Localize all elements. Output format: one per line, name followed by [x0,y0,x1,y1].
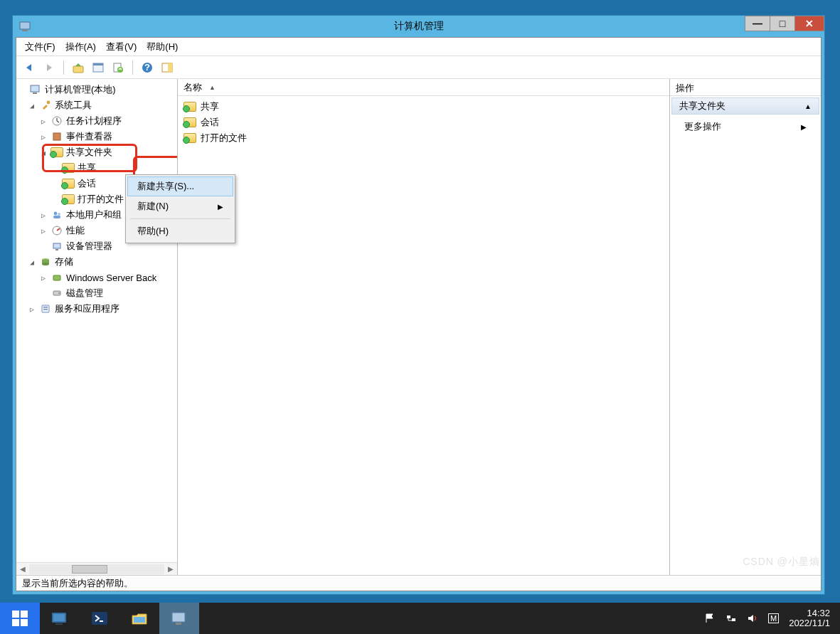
list-item[interactable]: 共享 [182,99,665,115]
expander-icon[interactable]: ▷ [39,211,48,219]
scroll-track[interactable] [29,564,164,574]
tray-ime-icon[interactable]: M [768,613,779,623]
folder-icon [62,194,75,205]
tree-system-tools[interactable]: 系统工具 [55,99,92,112]
menu-action[interactable]: 操作(A) [65,41,96,53]
svg-point-24 [42,263,49,265]
taskbar-explorer[interactable] [119,603,159,634]
close-button[interactable]: ✕ [794,16,824,31]
expander-icon[interactable]: ▷ [39,227,48,235]
svg-rect-12 [33,93,37,94]
actions-section-label: 共享文件夹 [679,100,725,112]
menu-new[interactable]: 新建(N)▶ [127,196,233,216]
tree-disk-management[interactable]: 磁盘管理 [66,287,103,300]
list-item[interactable]: 打开的文件 [182,130,665,146]
clock-icon [50,115,63,127]
properties-button[interactable] [90,59,107,76]
taskbar-powershell[interactable] [80,603,119,634]
svg-text:?: ? [144,62,150,73]
scroll-thumb[interactable] [72,565,107,574]
expander-icon[interactable]: ▷ [39,117,48,125]
status-text: 显示当前所选内容的帮助。 [22,577,133,590]
actions-section-header[interactable]: 共享文件夹 ▲ [671,97,819,115]
toolbar-separator [63,60,64,75]
svg-rect-30 [43,309,48,310]
menu-separator [130,218,230,219]
column-header-name[interactable]: 名称 ▲ [184,81,216,94]
taskbar[interactable]: M 14:32 2022/11/1 [0,603,840,634]
list-label: 会话 [201,116,219,129]
refresh-button[interactable] [110,59,127,76]
tree-services-apps[interactable]: 服务和应用程序 [55,302,119,315]
up-button[interactable] [70,59,87,76]
tree-task-scheduler[interactable]: 任务计划程序 [66,115,122,127]
svg-rect-15 [53,133,60,140]
computer-icon [29,84,42,95]
expander-icon[interactable]: ▷ [39,133,48,141]
forward-button[interactable] [41,59,58,76]
tree-device-manager[interactable]: 设备管理器 [66,240,112,253]
scroll-left-icon[interactable]: ◀ [16,565,29,573]
services-icon [39,303,52,315]
minimize-button[interactable]: — [745,16,770,31]
tree-event-viewer[interactable]: 事件查看器 [66,130,112,143]
tree-local-users[interactable]: 本地用户和组 [66,208,122,221]
svg-rect-20 [53,243,60,248]
expander-icon[interactable]: ▷ [39,274,48,282]
menubar: 文件(F) 操作(A) 查看(V) 帮助(H) [16,38,821,56]
app-icon [18,20,31,33]
actions-title: 操作 [670,79,821,96]
column-label: 名称 [184,81,202,94]
maximize-button[interactable]: □ [770,16,795,31]
tree-root[interactable]: 计算机管理(本地) [45,83,116,96]
show-hide-pane-button[interactable] [159,59,176,76]
horizontal-scrollbar[interactable]: ◀ ▶ [16,562,177,575]
taskbar-server-manager[interactable] [40,603,80,634]
expander-icon[interactable]: ◢ [28,258,36,266]
tree-windows-server-backup[interactable]: Windows Server Back [66,273,156,283]
list-body[interactable]: 共享 会话 打开的文件 [178,96,669,149]
toolbar: ? [16,56,821,79]
help-button[interactable]: ? [139,59,156,76]
watermark-text: CSDN @小星熵 [743,556,820,569]
collapse-icon: ▲ [804,102,812,110]
expander-icon[interactable]: ◢ [39,149,48,157]
svg-rect-41 [176,623,181,625]
disk-icon [50,287,63,299]
tree-shared-folders[interactable]: 共享文件夹 [66,146,112,159]
svg-rect-18 [53,216,60,218]
scroll-right-icon[interactable]: ▶ [164,565,177,573]
svg-rect-25 [53,275,60,280]
folder-icon [62,178,75,189]
tree-open-files[interactable]: 打开的文件 [78,193,124,206]
tree-storage[interactable]: 存储 [55,255,73,268]
svg-point-16 [54,212,58,216]
chevron-right-icon: ▶ [801,123,807,131]
users-icon [50,209,63,221]
tree-shares[interactable]: 共享 [78,162,96,174]
titlebar[interactable]: 计算机管理 — □ ✕ [13,16,824,37]
tree-sessions[interactable]: 会话 [78,177,96,190]
tray-volume-icon[interactable] [747,613,758,624]
menu-view[interactable]: 查看(V) [106,41,137,53]
menu-help[interactable]: 帮助(H) [127,221,233,241]
menu-new-share[interactable]: 新建共享(S)... [127,176,233,196]
svg-rect-37 [55,623,63,625]
tray-flag-icon[interactable] [704,613,716,624]
menu-help[interactable]: 帮助(H) [147,41,178,53]
expander-icon[interactable]: ◢ [28,102,36,110]
tree-performance[interactable]: 性能 [66,224,85,237]
back-button[interactable] [21,59,38,76]
svg-point-27 [58,292,60,294]
svg-rect-34 [21,619,28,626]
tray-network-icon[interactable] [725,613,737,624]
list-label: 共享 [201,100,219,113]
expander-icon[interactable]: ▷ [28,305,36,313]
taskbar-computer-management[interactable] [159,603,199,634]
actions-more-link[interactable]: 更多操作 ▶ [670,116,821,137]
tray-clock[interactable]: 14:32 2022/11/1 [789,608,830,628]
start-button[interactable] [0,603,40,634]
list-item[interactable]: 会话 [182,115,665,130]
menu-file[interactable]: 文件(F) [25,41,55,53]
svg-rect-2 [73,66,83,73]
